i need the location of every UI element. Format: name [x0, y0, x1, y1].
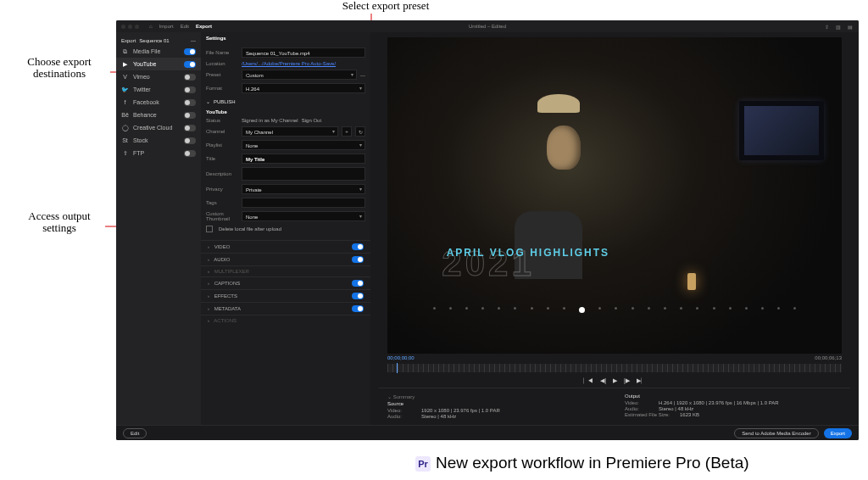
section-toggle[interactable] — [352, 305, 364, 312]
preset-dropdown[interactable]: Custom — [242, 70, 357, 80]
destination-behance[interactable]: Bē Behance — [116, 109, 201, 121]
filename-input[interactable]: Sequence 01_YouTube.mp4 — [242, 47, 365, 58]
window-controls[interactable] — [121, 25, 139, 29]
destination-toggle[interactable] — [184, 61, 196, 68]
timecode-duration: 00;00;06;13 — [815, 355, 842, 360]
preview-dots — [433, 307, 797, 313]
destination-creative-cloud[interactable]: ◯ Creative Cloud — [116, 121, 201, 134]
filesize-label: Estimated File Size: — [625, 412, 670, 417]
privacy-dropdown[interactable]: Private — [242, 184, 365, 194]
description-input[interactable] — [242, 167, 365, 181]
tab-edit[interactable]: Edit — [181, 24, 189, 29]
destination-toggle[interactable] — [184, 87, 196, 93]
edit-button[interactable]: Edit — [123, 428, 147, 438]
section-label: VIDEO — [214, 244, 231, 249]
destination-label: YouTube — [133, 61, 180, 67]
destination-toggle[interactable] — [184, 74, 196, 81]
timecode-current: 00;00;00;00 — [387, 355, 415, 360]
destination-youtube[interactable]: ▶ YouTube — [116, 58, 201, 70]
play-icon[interactable]: ▶ — [613, 377, 617, 384]
section-label: MULTIPLEXER — [214, 269, 249, 274]
more-icon[interactable]: ⋯ — [191, 37, 196, 43]
publish-header: PUBLISH — [214, 99, 236, 104]
output-header: Output — [625, 393, 811, 399]
tab-export[interactable]: Export — [196, 24, 212, 29]
destination-stock[interactable]: St Stock — [116, 134, 201, 147]
playlist-dropdown[interactable]: None — [242, 140, 365, 150]
section-metadata[interactable]: › METADATA — [201, 302, 370, 315]
playhead[interactable] — [397, 363, 398, 373]
delete-local-checkbox[interactable] — [206, 226, 213, 232]
title-input[interactable]: My Title — [242, 153, 365, 164]
section-captions[interactable]: › CAPTIONS — [201, 276, 370, 289]
destination-label: Behance — [133, 112, 180, 118]
home-icon[interactable]: ⌂ — [149, 24, 153, 29]
workspace-icon[interactable]: ▥ — [835, 23, 842, 30]
out-audio-value: Stereo | 48 kHz — [659, 406, 693, 411]
destination-facebook[interactable]: f Facebook — [116, 96, 201, 109]
premiere-badge: Pr — [415, 456, 431, 472]
section-label: EFFECTS — [214, 293, 237, 299]
destination-vimeo[interactable]: V Vimeo — [116, 70, 201, 83]
destination-media-file[interactable]: ⧉ Media File — [116, 45, 201, 58]
location-label: Location — [206, 61, 238, 66]
destination-toggle[interactable] — [184, 125, 196, 131]
section-label: METADATA — [214, 306, 241, 311]
src-video-key: Video: — [387, 408, 411, 413]
callout-output: Access output settings — [13, 210, 106, 233]
section-toggle[interactable] — [352, 243, 364, 250]
signout-link[interactable]: Sign Out — [302, 118, 321, 123]
section-video[interactable]: › VIDEO — [201, 240, 370, 253]
format-dropdown[interactable]: H.264 — [242, 83, 365, 93]
destination-toggle[interactable] — [184, 112, 196, 119]
send-to-encoder-button[interactable]: Send to Adobe Media Encoder — [734, 428, 818, 438]
step-fwd-icon[interactable]: |▶ — [624, 377, 630, 384]
section-toggle[interactable] — [352, 293, 364, 299]
destination-icon: 🐦 — [121, 86, 129, 93]
go-start-icon[interactable]: ⎸◀ — [583, 377, 593, 384]
destination-label: Twitter — [133, 87, 180, 92]
thumbnail-label: Custom Thumbnail — [206, 211, 238, 221]
destination-icon: V — [121, 73, 129, 81]
tab-import[interactable]: Import — [159, 24, 174, 29]
panel-icon[interactable]: ▤ — [847, 23, 854, 30]
preset-more-icon[interactable]: ⋯ — [360, 72, 365, 78]
destination-toggle[interactable] — [184, 99, 196, 106]
destination-label: Facebook — [133, 99, 180, 105]
tags-input[interactable] — [242, 198, 365, 208]
channel-refresh-button[interactable]: ↻ — [355, 126, 365, 137]
export-button[interactable]: Export — [824, 428, 852, 438]
format-label: Format — [206, 86, 238, 91]
destination-toggle[interactable] — [184, 48, 196, 55]
settings-panel: Settings File Name Sequence 01_YouTube.m… — [201, 32, 370, 425]
section-label: ACTIONS — [214, 318, 236, 323]
destinations-sidebar: Export Sequence 01 ⋯ ⧉ Media File ▶ YouT… — [116, 32, 201, 425]
timeline-scrubber[interactable] — [387, 364, 842, 372]
destination-label: Creative Cloud — [133, 125, 180, 131]
preview-figure-face — [547, 126, 581, 170]
source-header: Source — [387, 401, 574, 406]
share-icon[interactable]: ⇪ — [823, 23, 830, 30]
section-effects[interactable]: › EFFECTS — [201, 289, 370, 302]
destination-ftp[interactable]: ⇧ FTP — [116, 147, 201, 159]
status-label: Status — [206, 118, 238, 123]
chevron-down-icon[interactable]: ⌄ — [206, 98, 210, 104]
step-back-icon[interactable]: ◀| — [600, 377, 606, 384]
section-multiplexer[interactable]: › MULTIPLEXER — [201, 265, 370, 276]
section-toggle[interactable] — [352, 256, 364, 263]
figure-caption: PrNew export workflow in Premiere Pro (B… — [415, 454, 749, 472]
destination-twitter[interactable]: 🐦 Twitter — [116, 83, 201, 96]
filename-label: File Name — [206, 50, 238, 55]
location-link[interactable]: /Users/.../Adobe/Premiere Pro Auto-Save/ — [242, 61, 336, 66]
destination-toggle[interactable] — [184, 150, 196, 157]
section-actions[interactable]: › ACTIONS — [201, 315, 370, 326]
section-toggle[interactable] — [352, 280, 364, 287]
destination-toggle[interactable] — [184, 137, 196, 144]
section-audio[interactable]: › AUDIO — [201, 253, 370, 265]
destination-label: FTP — [133, 150, 180, 156]
callout-preset: Select export preset — [322, 0, 449, 12]
channel-add-button[interactable]: + — [342, 126, 352, 137]
thumbnail-dropdown[interactable]: None — [242, 211, 365, 221]
channel-dropdown[interactable]: My Channel — [242, 126, 338, 137]
go-end-icon[interactable]: ▶⎸ — [637, 377, 646, 384]
